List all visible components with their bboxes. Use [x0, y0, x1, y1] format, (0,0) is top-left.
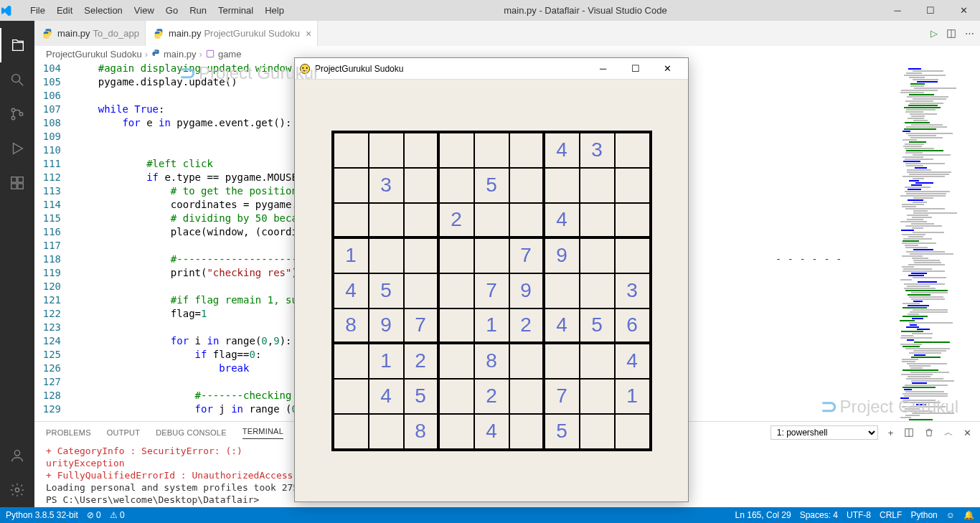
- sudoku-cell[interactable]: [509, 414, 545, 449]
- sudoku-cell[interactable]: [580, 344, 615, 379]
- sudoku-cell[interactable]: [474, 133, 509, 168]
- sudoku-cell[interactable]: [334, 414, 369, 449]
- sudoku-cell[interactable]: [615, 168, 650, 203]
- breadcrumb-file[interactable]: main.py: [164, 49, 197, 60]
- sudoku-cell[interactable]: 8: [474, 344, 509, 379]
- sudoku-cell[interactable]: 5: [404, 379, 439, 414]
- sudoku-cell[interactable]: 5: [580, 308, 615, 344]
- sudoku-cell[interactable]: 8: [334, 308, 369, 344]
- sudoku-cell[interactable]: [439, 414, 474, 449]
- sudoku-cell[interactable]: [369, 238, 404, 273]
- sudoku-cell[interactable]: 6: [615, 308, 650, 344]
- menu-selection[interactable]: Selection: [78, 5, 128, 16]
- sudoku-cell[interactable]: [439, 273, 474, 308]
- sudoku-cell[interactable]: [509, 379, 545, 414]
- sudoku-cell[interactable]: [580, 414, 615, 449]
- sudoku-cell[interactable]: [615, 238, 650, 273]
- status-lang[interactable]: Python: [910, 510, 937, 520]
- sudoku-cell[interactable]: [580, 203, 615, 238]
- sudoku-cell[interactable]: [580, 273, 615, 308]
- sudoku-cell[interactable]: [439, 344, 474, 379]
- sudoku-cell[interactable]: [509, 203, 545, 238]
- sudoku-cell[interactable]: 1: [334, 238, 369, 273]
- sudoku-cell[interactable]: [439, 308, 474, 344]
- menu-terminal[interactable]: Terminal: [212, 5, 259, 16]
- sudoku-cell[interactable]: 1: [369, 344, 404, 379]
- sudoku-cell[interactable]: [439, 238, 474, 273]
- editor-tab[interactable]: main.pyTo_do_app: [34, 21, 146, 46]
- sudoku-cell[interactable]: [369, 414, 404, 449]
- status-encoding[interactable]: UTF-8: [847, 510, 871, 520]
- sudoku-cell[interactable]: [404, 273, 439, 308]
- menu-help[interactable]: Help: [259, 5, 290, 16]
- sudoku-cell[interactable]: [369, 133, 404, 168]
- breadcrumb-folder[interactable]: ProjectGurukul Sudoku: [46, 49, 142, 60]
- sudoku-cell[interactable]: 4: [615, 344, 650, 379]
- sudoku-close-button[interactable]: ✕: [651, 59, 684, 79]
- sudoku-app-window[interactable]: ProjectGurukul Sudoku ─ ☐ ✕ 433524179457…: [294, 57, 689, 502]
- minimap[interactable]: [894, 62, 980, 421]
- sudoku-cell[interactable]: [545, 273, 580, 308]
- settings-icon[interactable]: [0, 473, 34, 507]
- sudoku-cell[interactable]: [474, 238, 509, 273]
- tab-close-icon[interactable]: ×: [306, 28, 311, 39]
- breadcrumb-symbol[interactable]: game: [218, 49, 242, 60]
- sudoku-cell[interactable]: [334, 379, 369, 414]
- sudoku-cell[interactable]: [439, 133, 474, 168]
- sudoku-cell[interactable]: [404, 133, 439, 168]
- status-bell[interactable]: 🔔: [963, 510, 974, 520]
- sudoku-cell[interactable]: 7: [545, 379, 580, 414]
- sudoku-cell[interactable]: [580, 168, 615, 203]
- sudoku-cell[interactable]: [545, 168, 580, 203]
- sudoku-cell[interactable]: 5: [369, 273, 404, 308]
- sudoku-cell[interactable]: [509, 344, 545, 379]
- panel-tab-problems[interactable]: PROBLEMS: [46, 428, 91, 437]
- sudoku-cell[interactable]: [404, 168, 439, 203]
- menu-edit[interactable]: Edit: [51, 5, 78, 16]
- sudoku-cell[interactable]: 3: [580, 133, 615, 168]
- sudoku-cell[interactable]: [474, 203, 509, 238]
- close-panel-icon[interactable]: ✕: [963, 428, 971, 438]
- sudoku-cell[interactable]: 4: [334, 273, 369, 308]
- new-terminal-icon[interactable]: +: [888, 428, 894, 438]
- extensions-icon[interactable]: [0, 166, 34, 200]
- sudoku-grid[interactable]: 4335241794579389712456128445271845: [331, 131, 652, 451]
- run-icon[interactable]: ▷: [930, 28, 938, 39]
- sudoku-cell[interactable]: [334, 203, 369, 238]
- sudoku-cell[interactable]: 4: [369, 379, 404, 414]
- sudoku-cell[interactable]: 7: [474, 273, 509, 308]
- kill-terminal-icon[interactable]: [924, 428, 934, 438]
- sudoku-cell[interactable]: 3: [615, 273, 650, 308]
- status-spaces[interactable]: Spaces: 4: [800, 510, 838, 520]
- sudoku-cell[interactable]: [545, 344, 580, 379]
- split-editor-icon[interactable]: [946, 29, 956, 39]
- sudoku-body[interactable]: 4335241794579389712456128445271845: [295, 80, 688, 501]
- close-button[interactable]: ✕: [947, 0, 980, 21]
- panel-tab-terminal[interactable]: TERMINAL: [242, 427, 283, 439]
- sudoku-cell[interactable]: 8: [404, 414, 439, 449]
- sudoku-maximize-button[interactable]: ☐: [619, 59, 651, 79]
- sudoku-cell[interactable]: 9: [545, 238, 580, 273]
- terminal-dropdown[interactable]: 1: powershell: [771, 425, 878, 440]
- sudoku-cell[interactable]: [404, 238, 439, 273]
- menu-view[interactable]: View: [128, 5, 160, 16]
- run-debug-icon[interactable]: [0, 131, 34, 166]
- minimize-button[interactable]: ─: [881, 0, 914, 21]
- sudoku-cell[interactable]: 5: [545, 414, 580, 449]
- sudoku-cell[interactable]: 2: [474, 379, 509, 414]
- sudoku-cell[interactable]: [615, 414, 650, 449]
- sudoku-cell[interactable]: 4: [545, 308, 580, 344]
- sudoku-cell[interactable]: 1: [474, 308, 509, 344]
- search-icon[interactable]: [0, 62, 34, 97]
- explorer-icon[interactable]: [0, 28, 34, 62]
- sudoku-cell[interactable]: 4: [545, 133, 580, 168]
- status-position[interactable]: Ln 165, Col 29: [735, 510, 791, 520]
- editor-tab[interactable]: main.pyProjectGurukul Sudoku×: [146, 21, 318, 46]
- sudoku-cell[interactable]: 1: [615, 379, 650, 414]
- sudoku-cell[interactable]: [615, 133, 650, 168]
- sudoku-cell[interactable]: 3: [369, 168, 404, 203]
- status-feedback[interactable]: ☺: [946, 510, 955, 520]
- status-errors[interactable]: ⊘ 0: [87, 510, 101, 520]
- sudoku-cell[interactable]: [509, 168, 545, 203]
- account-icon[interactable]: [0, 438, 34, 473]
